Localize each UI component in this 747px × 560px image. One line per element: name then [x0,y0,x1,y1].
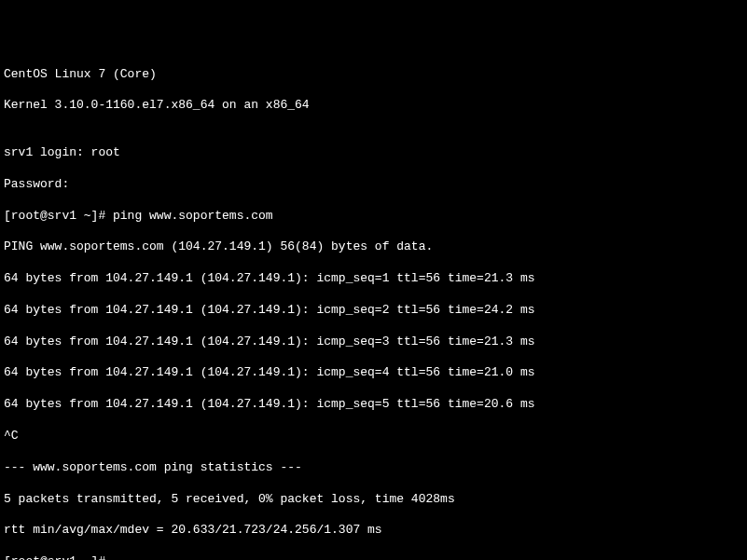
ping-reply-line: 64 bytes from 104.27.149.1 (104.27.149.1… [4,335,743,350]
interrupt-line: ^C [4,429,743,444]
login-prompt-line: srv1 login: root [4,145,743,161]
os-name-line: CentOS Linux 7 (Core) [4,67,743,83]
password-prompt-line: Password: [4,177,743,193]
ping-reply-line: 64 bytes from 104.27.149.1 (104.27.149.1… [4,397,743,413]
stats-header-line: --- www.soportems.com ping statistics --… [4,460,743,476]
stats-rtt-line: rtt min/avg/max/mdev = 20.633/21.723/24.… [4,523,743,539]
ping-reply-line: 64 bytes from 104.27.149.1 (104.27.149.1… [4,303,743,319]
ping-reply-line: 64 bytes from 104.27.149.1 (104.27.149.1… [4,271,743,287]
ping-header-line: PING www.soportems.com (104.27.149.1) 56… [4,239,743,255]
prompt-text: [root@srv1 ~]# [4,554,113,560]
stats-packets-line: 5 packets transmitted, 5 received, 0% pa… [4,492,743,508]
ping-reply-line: 64 bytes from 104.27.149.1 (104.27.149.1… [4,365,743,381]
kernel-info-line: Kernel 3.10.0-1160.el7.x86_64 on an x86_… [4,98,743,114]
command-line: [root@srv1 ~]# ping www.soportems.com [4,209,743,225]
shell-prompt[interactable]: [root@srv1 ~]# [4,554,743,560]
